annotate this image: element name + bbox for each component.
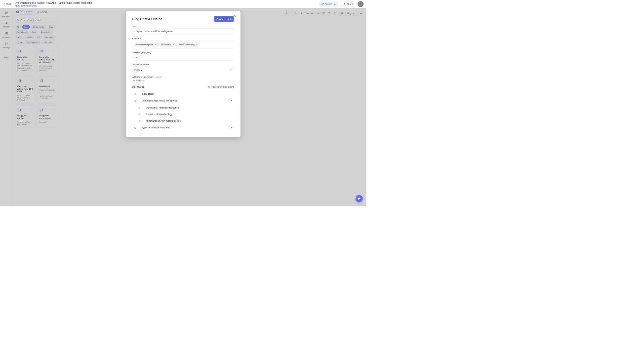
keyword-text: artificial intelligence [136, 43, 153, 46]
heading-text: Evolution of AI technology [146, 113, 233, 116]
keywords-label: Keywords [132, 37, 234, 40]
tone-label: Tone / Brand voice [132, 63, 234, 66]
blog-brief-modal: ✕ Blog Brief & Outline Generate article … [126, 11, 240, 137]
keyword-tag: artificial intelligence ✕ [134, 42, 158, 47]
share-label: Share [347, 3, 353, 5]
modal-title: Blog Brief & Outline [132, 17, 162, 21]
generate-article-button[interactable]: Generate article [214, 16, 234, 22]
collapse-toggle[interactable] [230, 99, 233, 102]
top-bar: Back Understanding the Basics: How AI is… [0, 0, 367, 8]
title-label: Title [132, 25, 234, 27]
keyword-text: machine learning [179, 43, 194, 46]
share-icon [343, 3, 345, 5]
collapse-toggle[interactable] [230, 126, 233, 129]
outline-item[interactable]: h2 Understanding Artificial Intelligence [132, 97, 234, 104]
heading-text: Understanding Artificial Intelligence [142, 99, 227, 102]
add-link-button[interactable]: Add link [132, 79, 234, 82]
links-optional-text: (optional) [154, 76, 162, 78]
modal-overlay: ✕ Blog Brief & Outline Generate article … [0, 8, 367, 206]
heading-level: h2 [134, 127, 138, 129]
remove-keyword-button[interactable]: ✕ [195, 43, 197, 46]
regenerate-outline-button[interactable]: Regenerate blog outline [208, 86, 234, 88]
top-right-controls: Publish Share [319, 1, 364, 7]
keyword-tag: machine learning ✕ [177, 42, 199, 47]
remove-keyword-button[interactable]: ✕ [173, 43, 174, 46]
tone-value: Friendly [134, 69, 142, 71]
links-label-text: Add links on keywords? [132, 76, 153, 78]
plus-icon [132, 79, 135, 82]
chevron-down-icon [333, 3, 336, 5]
heading-level: h3 [138, 113, 143, 116]
back-label: Back [6, 3, 11, 5]
chat-bubble-icon [357, 197, 361, 200]
outline-item[interactable]: h2 Introduction [132, 91, 234, 97]
heading-text: Types of Artificial Intelligence [142, 126, 227, 129]
regenerate-label: Regenerate blog outline [211, 86, 234, 88]
publish-button[interactable]: Publish [319, 2, 338, 7]
heading-text: Definition of Artificial Intelligence [146, 106, 233, 109]
outline-list: h2 Introduction h2 Understanding Artific… [132, 91, 234, 131]
heading-level: h2 [134, 100, 138, 102]
outline-item[interactable]: h3 Importance of AI in modern society [132, 118, 234, 124]
back-button[interactable]: Back [3, 3, 11, 5]
keywords-field: Keywords artificial intelligence ✕ AI de… [132, 37, 234, 48]
chevron-up-icon [230, 126, 233, 129]
add-link-label: Add link [136, 79, 144, 82]
title-field: Title [132, 25, 234, 34]
heading-level: h2 [134, 93, 138, 95]
length-field: Article length (words) [132, 51, 234, 61]
share-button[interactable]: Share [341, 2, 355, 7]
outline-item[interactable]: h3 Definition of Artificial Intelligence [132, 104, 234, 111]
keyword-tag: AI definition ✕ [159, 42, 176, 47]
tone-select[interactable]: Friendly [132, 67, 234, 73]
send-icon [321, 3, 324, 5]
heading-level: h3 [138, 106, 143, 109]
title-input[interactable] [132, 28, 234, 34]
heading-level: h3 [138, 120, 143, 122]
doc-title-block: Understanding the Basics: How AI is Tran… [15, 1, 319, 7]
outline-item[interactable]: h3 Evolution of AI technology [132, 111, 234, 118]
length-label: Article length (words) [132, 51, 234, 54]
links-field: Add links on keywords? (optional) Add li… [132, 76, 234, 82]
remove-keyword-button[interactable]: ✕ [154, 43, 156, 46]
help-chat-button[interactable] [355, 195, 363, 202]
heading-text: Importance of AI in modern society [146, 120, 233, 122]
outline-header: Blog Outline Regenerate blog outline [132, 86, 234, 88]
keywords-input[interactable]: artificial intelligence ✕ AI definition … [132, 41, 234, 49]
length-input[interactable] [132, 55, 234, 60]
chevron-up-icon [230, 99, 233, 102]
outline-item[interactable]: h2 Types of Artificial Intelligence [132, 124, 234, 131]
outline-label: Blog Outline [132, 86, 144, 88]
user-avatar[interactable] [357, 1, 364, 7]
document-title: Understanding the Basics: How AI is Tran… [15, 1, 319, 4]
publish-label: Publish [325, 3, 332, 5]
chevron-left-icon [3, 3, 5, 5]
links-label: Add links on keywords? (optional) [132, 76, 234, 78]
apply-template-link[interactable]: Apply content template [15, 4, 319, 7]
tone-field: Tone / Brand voice Friendly [132, 63, 234, 73]
heading-text: Introduction [142, 93, 233, 95]
chevron-down-icon [229, 69, 232, 71]
close-button[interactable]: ✕ [234, 15, 236, 18]
keyword-text: AI definition [161, 43, 172, 46]
refresh-icon [208, 86, 210, 88]
